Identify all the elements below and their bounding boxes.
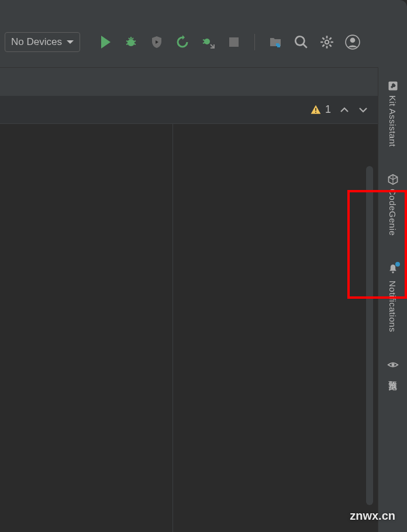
notification-dot bbox=[395, 262, 400, 267]
svg-rect-12 bbox=[277, 44, 280, 47]
svg-point-0 bbox=[127, 39, 134, 46]
sidebar-item-codegenie[interactable]: CodeGenie bbox=[378, 169, 407, 240]
stop-button[interactable] bbox=[226, 34, 242, 50]
eye-icon bbox=[387, 359, 399, 371]
sidebar-item-previewer[interactable]: 预览器 bbox=[378, 354, 407, 380]
svg-line-14 bbox=[303, 44, 307, 48]
svg-point-17 bbox=[350, 37, 356, 43]
bug-icon bbox=[124, 35, 138, 49]
watermark: znwx.cn bbox=[350, 509, 395, 523]
svg-line-3 bbox=[134, 41, 136, 42]
right-sidebar: Kit Assistant CodeGenie Notifications 预览… bbox=[378, 67, 407, 532]
chevron-down-icon bbox=[67, 40, 74, 44]
svg-point-8 bbox=[204, 39, 210, 44]
editor-split-divider[interactable] bbox=[173, 124, 173, 532]
svg-point-15 bbox=[325, 40, 329, 44]
refresh-icon bbox=[175, 35, 189, 49]
chevron-down-icon[interactable] bbox=[358, 105, 368, 115]
cube-icon bbox=[387, 174, 399, 185]
coverage-button[interactable] bbox=[149, 34, 164, 50]
sidebar-label: CodeGenie bbox=[388, 189, 398, 236]
search-icon bbox=[294, 34, 309, 50]
sidebar-item-notifications[interactable]: Notifications bbox=[378, 258, 407, 337]
wrench-icon bbox=[387, 80, 399, 92]
sidebar-item-kit-assistant[interactable]: Kit Assistant bbox=[378, 75, 407, 151]
secondary-bar bbox=[0, 67, 407, 96]
toolbar-divider bbox=[254, 34, 255, 50]
svg-line-6 bbox=[129, 38, 130, 39]
project-button[interactable] bbox=[268, 34, 283, 50]
user-icon bbox=[345, 34, 360, 50]
toolbar-actions bbox=[98, 34, 360, 50]
svg-point-22 bbox=[391, 363, 394, 366]
svg-point-13 bbox=[295, 36, 304, 45]
bug-arrow-icon bbox=[201, 35, 215, 49]
project-icon bbox=[268, 35, 282, 49]
search-button[interactable] bbox=[294, 34, 309, 50]
stop-icon bbox=[229, 37, 239, 47]
warning-count: 1 bbox=[325, 103, 331, 116]
account-button[interactable] bbox=[345, 34, 360, 50]
svg-line-2 bbox=[126, 41, 128, 42]
svg-line-7 bbox=[132, 38, 133, 39]
run-button[interactable] bbox=[98, 34, 113, 50]
editor-status-bar: 1 bbox=[0, 96, 378, 124]
content-area: 1 bbox=[0, 96, 378, 532]
sidebar-label: Notifications bbox=[388, 281, 398, 332]
svg-point-21 bbox=[392, 271, 394, 273]
settings-button[interactable] bbox=[319, 34, 334, 50]
scrollbar[interactable] bbox=[366, 166, 373, 505]
editor-body[interactable] bbox=[0, 124, 378, 532]
chevron-up-icon[interactable] bbox=[339, 105, 350, 115]
hot-reload-button[interactable] bbox=[175, 34, 190, 50]
main-toolbar: No Devices bbox=[0, 0, 407, 67]
warning-indicator[interactable]: 1 bbox=[310, 103, 331, 116]
svg-line-10 bbox=[203, 43, 205, 43]
gear-icon bbox=[319, 34, 334, 50]
shield-play-icon bbox=[150, 35, 164, 49]
attach-debugger-button[interactable] bbox=[201, 34, 216, 50]
debug-button[interactable] bbox=[123, 34, 139, 50]
play-icon bbox=[101, 36, 111, 49]
device-label: No Devices bbox=[11, 36, 62, 48]
svg-line-9 bbox=[203, 40, 205, 40]
sidebar-label: Kit Assistant bbox=[388, 95, 398, 147]
svg-rect-18 bbox=[315, 108, 316, 110]
warning-icon bbox=[310, 104, 322, 116]
device-selector[interactable]: No Devices bbox=[5, 32, 80, 52]
svg-line-4 bbox=[126, 44, 128, 44]
svg-line-5 bbox=[134, 44, 136, 44]
sidebar-label: 预览器 bbox=[387, 374, 398, 375]
svg-rect-19 bbox=[315, 112, 316, 113]
